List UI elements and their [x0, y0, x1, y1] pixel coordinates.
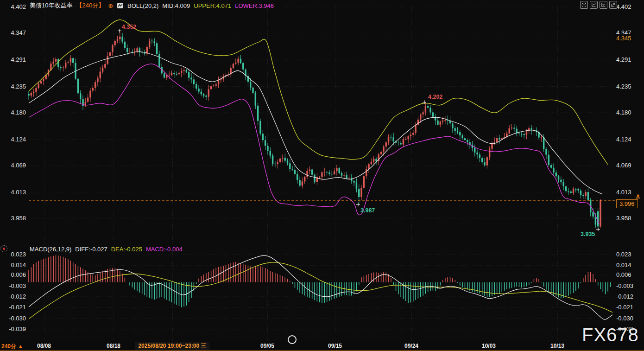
price-tick-label: 4.124 [0, 136, 26, 143]
price-tick-label: 4.180 [0, 109, 26, 116]
time-tick-label: 09/24 [404, 343, 418, 349]
price-tick-label: 4.402 [0, 3, 26, 10]
axis-circle-marker-icon [288, 335, 297, 344]
price-tick-label: 4.291 [0, 56, 26, 63]
chart-toolbar [580, 1, 617, 9]
selected-range-label: 2025/08/20 19:00~23:00 三 [135, 342, 209, 351]
export-chart-icon[interactable] [609, 1, 617, 9]
price-tick-label-right: 4.013 [616, 189, 631, 196]
price-tick-label: 4.347 [0, 29, 26, 36]
time-tick-label: 10/03 [482, 343, 496, 349]
price-tick-label-right: 4.291 [616, 56, 631, 63]
instrument-title: 美债10年收益率 [30, 1, 72, 10]
macd-tick-label-right: -0.039 [616, 325, 633, 332]
boll-mid-value: MID:4.009 [162, 2, 190, 9]
pane-chart-alt-icon[interactable] [600, 1, 607, 9]
timeframe-selector[interactable]: 240分 ▲ [1, 343, 23, 351]
price-tick-label-right: 4.235 [616, 83, 631, 90]
chart-canvas[interactable]: 4.3524.2023.9873.935 [0, 0, 644, 351]
time-tick-label: 08/18 [107, 343, 120, 349]
price-tick-label-right: 4.180 [616, 109, 631, 116]
macd-macd-value: MACD:-0.004 [146, 246, 183, 253]
price-alert-arrow-icon: ▲ [636, 193, 640, 198]
add-indicator-icon[interactable]: ⊕ [108, 2, 113, 9]
price-tick-label: 4.235 [0, 83, 26, 90]
macd-tick-label-right: 0.023 [616, 251, 631, 258]
boll-lower-value: LOWER:3.946 [235, 2, 274, 9]
pane-chart-icon[interactable] [590, 1, 598, 9]
macd-tick-label-right: 0.014 [616, 262, 631, 268]
price-tick-label-right: 4.402 [616, 3, 631, 10]
indicator-chart-icon[interactable] [117, 2, 124, 9]
price-tick-label: 4.013 [0, 189, 26, 196]
macd-marker-icon [0, 245, 7, 252]
macd-tick-label: -0.012 [0, 293, 26, 300]
price-tick-label-right: 4.069 [616, 162, 631, 169]
boll-indicator-label: BOLL(20,2) [127, 2, 158, 9]
time-tick-label: 08/08 [37, 343, 51, 349]
macd-tick-label-right: 0.006 [616, 271, 631, 278]
macd-tick-label: 0.014 [0, 262, 26, 268]
time-axis[interactable]: 240分 ▲ 08/0808/182025/08/20 19:00~23:00 … [0, 341, 644, 351]
boll-upper-value: UPPER:4.071 [194, 2, 231, 9]
high-price-badge: 4.345 [614, 34, 633, 42]
macd-tick-label: -0.039 [0, 325, 26, 332]
price-tick-label: 3.958 [0, 215, 26, 222]
macd-dea-value: DEA:-0.025 [111, 246, 142, 253]
main-chart-header: 美债10年收益率 【240分】 ⊕ BOLL(20,2) MID:4.009 U… [30, 1, 274, 10]
price-annotation: 3.935 [581, 231, 595, 237]
macd-tick-label: -0.030 [0, 315, 26, 322]
price-tick-label-right: 3.958 [616, 215, 631, 222]
price-annotation: 4.352 [122, 24, 136, 30]
price-tick-label-right: 4.124 [616, 136, 631, 143]
macd-tick-label-right: -0.003 [616, 282, 633, 289]
time-tick-label: 10/13 [550, 343, 564, 349]
time-tick-label: 09/05 [260, 343, 274, 349]
macd-header: MACD(26,12,9) DIFF:-0.027 DEA:-0.025 MAC… [30, 246, 183, 253]
macd-tick-label-right: -0.021 [616, 304, 633, 311]
interval-label[interactable]: 【240分】 [76, 1, 104, 10]
macd-tick-label: -0.021 [0, 304, 26, 311]
macd-tick-label: 0.006 [0, 271, 26, 278]
price-annotation: 3.987 [360, 207, 375, 214]
macd-diff-value: DIFF:-0.027 [75, 246, 107, 253]
current-price-badge[interactable]: 3.996 [616, 199, 638, 208]
trading-chart-window: 4.3524.2023.9873.935 美债10年收益率 【240分】 ⊕ B… [0, 0, 644, 351]
macd-tick-label-right: -0.012 [616, 293, 633, 300]
macd-tick-label: -0.003 [0, 282, 26, 289]
macd-tick-label-right: -0.030 [616, 315, 633, 322]
layout-grid-icon[interactable] [580, 1, 588, 9]
macd-indicator-label: MACD(26,12,9) [30, 246, 71, 253]
price-annotation: 4.202 [428, 94, 442, 100]
time-tick-label: 09/15 [328, 343, 342, 349]
price-tick-label: 4.069 [0, 162, 26, 169]
